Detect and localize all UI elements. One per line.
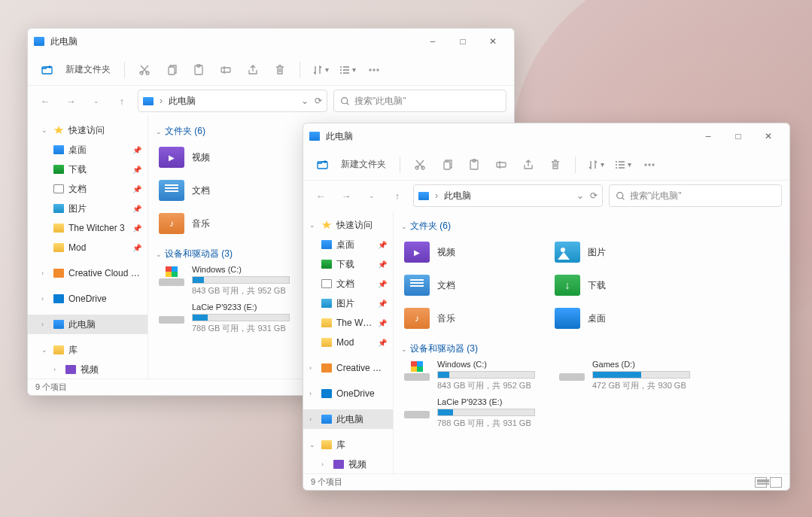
content-pane: ⌄文件夹 (6) 视频 图片 文档 下载 音乐 桌面 ⌄设备和驱动器 (3) W… [394,211,789,473]
documents-folder-icon [404,275,430,296]
close-button[interactable]: ✕ [478,31,508,52]
sidebar-creative-cloud[interactable]: ›Creative Cloud Files [28,263,147,283]
maximize-button[interactable]: □ [448,31,478,52]
more-button[interactable] [637,153,661,177]
sidebar-creative-cloud[interactable]: ›Creative Cloud Files [303,358,393,378]
titlebar[interactable]: 此电脑 – □ ✕ [28,29,514,54]
drive-d[interactable]: Games (D:)472 GB 可用，共 930 GB [559,360,702,391]
cut-icon[interactable] [132,58,157,82]
search-box[interactable]: 搜索"此电脑" [333,90,506,112]
sidebar-documents[interactable]: 文档📌 [303,274,393,293]
sidebar-desktop[interactable]: 桌面📌 [28,140,147,160]
library-icon [321,440,332,449]
drive-c[interactable]: Windows (C:)843 GB 可用，共 952 GB [159,265,302,297]
addr-dropdown-icon[interactable]: ⌄ [301,96,309,106]
sidebar-pictures[interactable]: 图片📌 [28,199,147,218]
new-folder-label[interactable]: 新建文件夹 [65,63,111,76]
sidebar-mod[interactable]: Mod📌 [303,333,393,352]
folder-pictures[interactable]: 图片 [555,237,690,267]
sidebar-desktop[interactable]: 桌面📌 [303,235,393,254]
sort-button[interactable]: ▾ [308,58,332,82]
drive-e[interactable]: LaCie P'9233 (E:)788 GB 可用，共 931 GB [159,303,302,334]
back-button[interactable]: ← [35,91,55,111]
onedrive-icon [53,294,64,303]
titlebar[interactable]: 此电脑 – □ ✕ [303,123,789,149]
view-grid-icon[interactable] [770,477,782,488]
view-list-icon[interactable] [755,477,767,488]
sidebar-downloads[interactable]: 下载📌 [28,160,147,179]
folder-icon [321,318,332,327]
share-icon[interactable] [241,58,265,82]
view-button[interactable]: ▾ [610,153,634,177]
view-button[interactable]: ▾ [335,58,359,82]
sidebar-downloads[interactable]: 下载📌 [303,254,393,274]
refresh-icon[interactable]: ⟳ [315,96,322,106]
drive-c[interactable]: Windows (C:)843 GB 可用，共 952 GB [404,360,547,391]
sidebar-witcher[interactable]: The Witcher 3📌 [303,313,393,333]
folder-music[interactable]: 音乐 [159,208,294,239]
folder-documents[interactable]: 文档 [159,175,294,205]
forward-button[interactable]: → [61,91,81,111]
delete-icon[interactable] [543,153,567,177]
search-box[interactable]: 搜索"此电脑" [609,184,782,207]
sidebar-onedrive[interactable]: ›OneDrive [303,384,393,403]
sidebar-pictures[interactable]: 图片📌 [303,293,393,313]
share-icon[interactable] [516,153,540,177]
up-button[interactable]: ↑ [112,91,132,111]
sidebar-lib-video[interactable]: ›视频 [303,455,393,473]
address-bar[interactable]: › 此电脑 ⌄ ⟳ [413,184,603,207]
drive-e[interactable]: LaCie P'9233 (E:)788 GB 可用，共 931 GB [404,397,547,429]
sidebar-libraries[interactable]: ⌄库 [303,435,393,455]
new-folder-label[interactable]: 新建文件夹 [341,158,386,171]
minimize-button[interactable]: – [693,126,723,147]
copy-icon[interactable] [435,153,459,177]
rename-icon[interactable] [489,153,513,177]
folders-section-header[interactable]: ⌄文件夹 (6) [401,220,789,233]
search-icon [340,96,350,106]
sidebar-documents[interactable]: 文档📌 [28,179,147,199]
folder-downloads[interactable]: 下载 [555,270,690,300]
sidebar-this-pc[interactable]: ›此电脑 [28,315,147,334]
folder-documents[interactable]: 文档 [404,270,540,300]
folder-icon [53,243,64,252]
minimize-button[interactable]: – [418,31,448,52]
pin-icon: 📌 [132,224,141,233]
maximize-button[interactable]: □ [723,126,753,147]
paste-icon[interactable] [462,153,486,177]
new-folder-icon[interactable] [35,58,59,82]
folder-desktop[interactable]: 桌面 [555,303,690,333]
folder-video[interactable]: 视频 [159,142,294,172]
delete-icon[interactable] [268,58,292,82]
folder-video[interactable]: 视频 [404,237,540,267]
close-button[interactable]: ✕ [753,126,783,147]
addr-dropdown-icon[interactable]: ⌄ [576,190,584,201]
more-button[interactable] [362,58,386,82]
back-button[interactable]: ← [311,186,330,205]
sidebar-witcher[interactable]: The Witcher 3📌 [28,218,147,238]
sidebar-lib-video[interactable]: ›视频 [28,360,147,379]
address-bar[interactable]: › 此电脑 ⌄ ⟳ [138,90,327,112]
history-dropdown[interactable]: ⌄ [87,91,106,111]
copy-icon[interactable] [160,58,184,82]
new-folder-icon[interactable] [311,153,335,177]
sidebar-quick-access[interactable]: ⌄快速访问 [303,215,393,235]
location-icon [418,192,429,200]
sidebar-onedrive[interactable]: ›OneDrive [28,289,147,309]
cut-icon[interactable] [408,153,432,177]
forward-button[interactable]: → [336,186,356,205]
sidebar-mod[interactable]: Mod📌 [28,238,147,257]
sidebar-this-pc[interactable]: ›此电脑 [303,409,393,429]
paste-icon[interactable] [187,58,211,82]
folder-music[interactable]: 音乐 [404,303,540,333]
breadcrumb[interactable]: 此电脑 [169,95,196,108]
up-button[interactable]: ↑ [388,186,407,205]
breadcrumb[interactable]: 此电脑 [444,190,471,202]
folder-icon [321,338,332,347]
sidebar-quick-access[interactable]: ⌄快速访问 [28,120,147,140]
sidebar-libraries[interactable]: ⌄库 [28,340,147,360]
rename-icon[interactable] [214,58,238,82]
refresh-icon[interactable]: ⟳ [590,190,598,201]
history-dropdown[interactable]: ⌄ [362,186,382,205]
drives-section-header[interactable]: ⌄设备和驱动器 (3) [401,342,789,355]
sort-button[interactable]: ▾ [583,153,607,177]
